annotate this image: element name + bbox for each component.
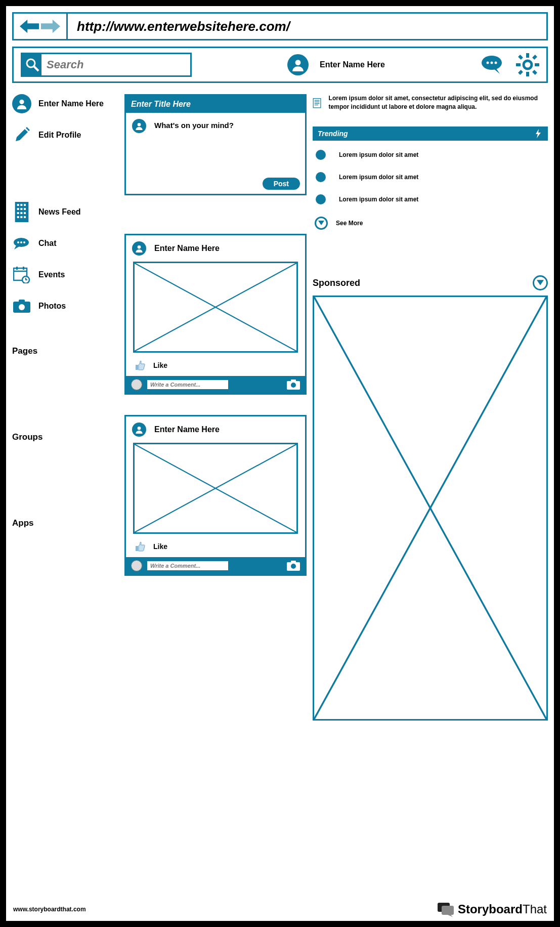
svg-rect-46 [136, 365, 138, 370]
url-text[interactable]: http://www.enterwebsitehere.com/ [68, 19, 290, 34]
feed-column: Enter Title Here What's on your mind? Po… [124, 89, 307, 721]
thumbs-up-icon [135, 360, 146, 371]
post-author[interactable]: Enter Name Here [154, 425, 220, 434]
info-block: Lorem ipsum dolor sit amet, consectetur … [313, 94, 548, 113]
dot-icon [316, 194, 326, 204]
trending-item[interactable]: Lorem ipsum dolor sit amet [313, 150, 548, 160]
svg-point-32 [20, 241, 22, 243]
post-avatar-icon[interactable] [132, 423, 146, 437]
svg-point-0 [27, 59, 35, 67]
comment-input[interactable] [147, 561, 228, 570]
search-wrap [21, 53, 192, 77]
trending-item[interactable]: Lorem ipsum dolor sit amet [313, 194, 548, 204]
search-icon[interactable] [25, 57, 40, 72]
url-bar: http://www.enterwebsitehere.com/ [12, 12, 548, 40]
svg-rect-20 [24, 204, 26, 206]
trending-header: Trending [313, 127, 548, 141]
document-icon [313, 94, 323, 113]
camera-attach-icon[interactable] [287, 561, 300, 571]
profile-avatar-icon [12, 94, 31, 113]
sponsored-title: Sponsored [313, 278, 360, 288]
like-button[interactable]: Like [126, 358, 305, 376]
sidebar-edit-profile[interactable]: Edit Profile [12, 125, 118, 145]
footer: www.storyboardthat.com StoryboardThat [13, 902, 547, 917]
comment-input[interactable] [147, 380, 228, 389]
svg-point-49 [291, 383, 296, 388]
svg-rect-40 [19, 300, 25, 303]
top-name[interactable]: Enter Name Here [320, 60, 385, 69]
comment-bar [126, 557, 305, 574]
svg-point-31 [17, 241, 19, 243]
svg-rect-22 [20, 208, 22, 210]
sidebar-section-pages[interactable]: Pages [12, 346, 118, 356]
footer-url[interactable]: www.storyboardthat.com [13, 906, 86, 913]
sidebar-chat[interactable]: Chat [12, 234, 118, 253]
compose-avatar-icon [132, 119, 146, 133]
sidebar-photos[interactable]: Photos [12, 297, 118, 316]
post-avatar-icon[interactable] [132, 241, 146, 256]
svg-rect-28 [20, 216, 22, 218]
svg-rect-8 [526, 53, 529, 58]
like-button[interactable]: Like [126, 539, 305, 557]
sidebar-newsfeed[interactable]: News Feed [12, 202, 118, 222]
forward-arrow-icon[interactable] [41, 19, 60, 33]
post-author[interactable]: Enter Name Here [154, 244, 220, 253]
sidebar: Enter Name Here Edit Profile News Feed C [12, 89, 118, 721]
svg-point-5 [491, 62, 493, 64]
trending-item[interactable]: Lorem ipsum dolor sit amet [313, 172, 548, 182]
post-button[interactable]: Post [263, 178, 300, 190]
svg-point-50 [138, 427, 141, 430]
search-input[interactable] [40, 53, 192, 77]
svg-point-41 [19, 304, 25, 310]
pencil-icon [12, 125, 31, 145]
svg-rect-13 [532, 55, 537, 60]
comment-avatar-icon [131, 379, 142, 390]
thumbs-up-icon [135, 541, 146, 552]
camera-attach-icon[interactable] [287, 380, 300, 390]
feed-post-1: Enter Name Here Like [124, 234, 307, 395]
sidebar-section-apps[interactable]: Apps [12, 518, 118, 528]
svg-point-6 [495, 62, 497, 64]
compose-title: Enter Title Here [126, 96, 305, 113]
top-bar: Enter Name Here [12, 47, 548, 83]
calendar-icon [12, 265, 31, 284]
sidebar-section-groups[interactable]: Groups [12, 432, 118, 442]
sponsored-toggle-icon[interactable] [533, 275, 548, 290]
svg-rect-10 [516, 63, 521, 66]
see-more-link[interactable]: See More [313, 217, 548, 230]
chevron-down-icon [315, 217, 328, 230]
lightning-icon [534, 129, 543, 138]
post-image-placeholder [133, 443, 298, 534]
svg-line-1 [34, 66, 38, 71]
top-avatar-icon[interactable] [287, 54, 309, 75]
dot-icon [316, 172, 326, 182]
svg-rect-26 [24, 212, 26, 214]
svg-rect-55 [291, 561, 296, 563]
right-column: Lorem ipsum dolor sit amet, consectetur … [313, 89, 548, 721]
svg-rect-18 [17, 204, 19, 206]
svg-rect-53 [136, 546, 138, 551]
comment-bar [126, 376, 305, 393]
svg-point-7 [524, 61, 532, 69]
svg-rect-27 [17, 216, 19, 218]
info-text: Lorem ipsum dolor sit amet, consectetur … [329, 94, 548, 113]
svg-rect-36 [16, 267, 18, 270]
sidebar-events[interactable]: Events [12, 265, 118, 284]
footer-brand[interactable]: StoryboardThat [438, 902, 547, 917]
feed-post-2: Enter Name Here Like [124, 415, 307, 576]
svg-rect-12 [518, 55, 523, 60]
svg-point-16 [19, 100, 24, 104]
nav-arrows [14, 14, 68, 39]
svg-point-2 [295, 60, 301, 65]
brand-logo-icon [438, 902, 455, 917]
svg-point-43 [138, 245, 141, 249]
sidebar-profile[interactable]: Enter Name Here [12, 94, 118, 113]
svg-rect-15 [532, 70, 537, 75]
compose-placeholder[interactable]: What's on your mind? [154, 121, 234, 130]
messages-icon[interactable] [481, 55, 505, 75]
building-icon [12, 202, 31, 222]
svg-point-4 [487, 62, 489, 64]
svg-rect-24 [17, 212, 19, 214]
settings-gear-icon[interactable] [516, 53, 539, 76]
back-arrow-icon[interactable] [20, 19, 39, 33]
